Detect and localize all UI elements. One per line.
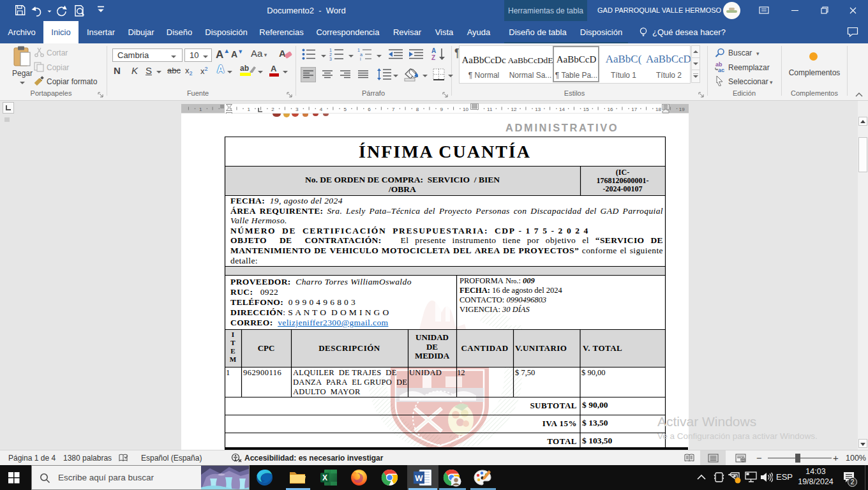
svg-text:15: 15 [583, 107, 589, 112]
svg-text:W: W [415, 473, 423, 483]
svg-text:6: 6 [368, 107, 371, 112]
svg-text:4: 4 [320, 107, 323, 112]
svg-text:X: X [322, 473, 327, 482]
svg-text:12: 12 [511, 107, 517, 112]
svg-text:19: 19 [679, 107, 685, 112]
svg-text:1: 1 [199, 107, 202, 112]
svg-text:i: i [360, 57, 361, 61]
svg-text:18: 18 [655, 107, 661, 112]
svg-text:5: 5 [344, 107, 347, 112]
svg-text:1: 1 [248, 107, 251, 112]
svg-text:16: 16 [608, 107, 613, 112]
svg-text:11: 11 [487, 107, 493, 112]
svg-text:2: 2 [329, 52, 332, 57]
svg-text:7: 7 [392, 107, 395, 112]
svg-text:2: 2 [271, 107, 274, 112]
svg-text:3: 3 [329, 57, 332, 61]
svg-text:A: A [431, 47, 436, 54]
svg-text:8: 8 [416, 107, 419, 112]
svg-text:3: 3 [296, 107, 299, 112]
svg-text:14: 14 [559, 107, 565, 112]
svg-text:A: A [279, 48, 286, 59]
svg-text:13: 13 [535, 107, 541, 112]
svg-text:Z: Z [431, 54, 435, 61]
svg-text:9: 9 [440, 107, 444, 112]
svg-text:10: 10 [463, 107, 468, 112]
svg-text:ac: ac [718, 67, 724, 73]
svg-text:17: 17 [631, 107, 637, 112]
svg-text:a: a [360, 52, 363, 57]
